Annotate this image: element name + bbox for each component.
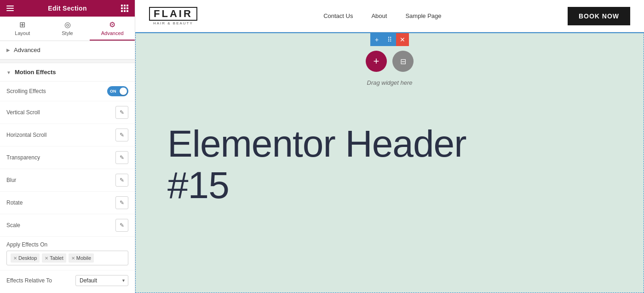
apply-effects-section: Apply Effects On ✕ Desktop ✕ Tablet ✕ Mo… — [0, 237, 135, 270]
tag-desktop-label: Desktop — [18, 255, 37, 261]
nav-sample[interactable]: Sample Page — [405, 12, 441, 19]
section-divider — [0, 59, 135, 63]
effects-relative-label: Effects Relative To — [6, 277, 52, 284]
book-now-button[interactable]: BOOK NOW — [568, 7, 630, 25]
style-icon: ◎ — [64, 21, 71, 29]
toolbar-close-button[interactable]: ✕ — [396, 33, 409, 46]
scale-edit-button[interactable]: ✎ — [115, 219, 128, 232]
rotate-label: Rotate — [6, 199, 23, 206]
effects-relative-row: Effects Relative To Default Viewport Sec… — [0, 270, 135, 291]
advanced-icon: ⚙ — [109, 21, 115, 29]
sidebar-tabs: ⊞ Layout ◎ Style ⚙ Advanced — [0, 17, 135, 41]
main-canvas: FLAIR HAIR & BEAUTY Contact Us About Sam… — [135, 0, 644, 293]
horizontal-scroll-edit-button[interactable]: ✎ — [115, 129, 128, 141]
advanced-section-label: Advanced — [14, 47, 40, 53]
brand-logo: FLAIR HAIR & BEAUTY — [149, 7, 197, 25]
tab-style[interactable]: ◎ Style — [45, 17, 90, 41]
hamburger-icon[interactable] — [6, 6, 14, 11]
advanced-section-row[interactable]: Advanced — [0, 41, 135, 59]
tag-tablet-label: Tablet — [50, 255, 63, 261]
vertical-scroll-label: Vertical Scroll — [6, 109, 40, 116]
tag-tablet: ✕ Tablet — [42, 253, 66, 263]
horizontal-scroll-label: Horizontal Scroll — [6, 132, 46, 138]
tab-advanced[interactable]: ⚙ Advanced — [90, 17, 135, 41]
transparency-edit-button[interactable]: ✎ — [115, 151, 128, 164]
apply-effects-tags[interactable]: ✕ Desktop ✕ Tablet ✕ Mobile — [6, 251, 128, 265]
tag-mobile-remove[interactable]: ✕ — [71, 256, 75, 261]
tag-mobile: ✕ Mobile — [69, 253, 94, 263]
transparency-row: Transparency ✎ — [0, 146, 135, 169]
heading-line1: Elementor Header — [167, 123, 612, 164]
navbar: FLAIR HAIR & BEAUTY Contact Us About Sam… — [135, 0, 644, 32]
section-toolbar: + ⠿ ✕ — [370, 33, 409, 46]
rotate-edit-button[interactable]: ✎ — [115, 196, 128, 209]
nav-contact[interactable]: Contact Us — [323, 12, 353, 19]
tag-tablet-remove[interactable]: ✕ — [45, 256, 48, 261]
motion-effects-title: Motion Effects — [15, 69, 56, 76]
sidebar-header: Edit Section — [0, 0, 135, 17]
tab-style-label: Style — [62, 30, 73, 36]
rotate-row: Rotate ✎ — [0, 192, 135, 214]
effects-relative-select-wrapper: Default Viewport Section ▼ — [75, 275, 128, 286]
vertical-scroll-row: Vertical Scroll ✎ — [0, 101, 135, 124]
tab-layout-label: Layout — [15, 30, 30, 36]
blur-label: Blur — [6, 177, 16, 183]
layout-icon: ⊞ — [19, 21, 25, 29]
tag-desktop-remove[interactable]: ✕ — [13, 256, 17, 261]
heading-line2: #15 — [167, 164, 612, 206]
toolbar-drag-button[interactable]: ⠿ — [383, 33, 396, 46]
vertical-scroll-edit-button[interactable]: ✎ — [115, 106, 128, 119]
add-widget-button[interactable]: + — [366, 51, 387, 72]
advanced-chevron-icon — [6, 47, 10, 53]
blur-edit-button[interactable]: ✎ — [115, 174, 128, 187]
scale-label: Scale — [6, 222, 20, 229]
horizontal-scroll-row: Horizontal Scroll ✎ — [0, 124, 135, 146]
scrolling-effects-toggle[interactable]: ON — [107, 86, 128, 96]
motion-effects-header[interactable]: Motion Effects — [0, 63, 135, 82]
brand-sub: HAIR & BEAUTY — [153, 22, 193, 25]
scrolling-effects-row: Scrolling Effects ON — [0, 82, 135, 101]
toggle-on-label: ON — [110, 89, 116, 94]
sidebar-title: Edit Section — [48, 5, 87, 12]
effects-relative-select[interactable]: Default Viewport Section — [75, 275, 128, 286]
scale-row: Scale ✎ — [0, 214, 135, 237]
page-heading: Elementor Header #15 — [167, 123, 612, 206]
nav-about[interactable]: About — [371, 12, 387, 19]
blur-row: Blur ✎ — [0, 169, 135, 192]
sidebar: Edit Section ⊞ Layout ◎ Style ⚙ Advanced… — [0, 0, 135, 293]
apply-effects-label: Apply Effects On — [6, 241, 128, 248]
toggle-thumb — [120, 88, 127, 95]
transparency-label: Transparency — [6, 154, 40, 161]
scrolling-effects-label: Scrolling Effects — [6, 88, 46, 94]
tag-mobile-label: Mobile — [76, 255, 91, 261]
nav-links: Contact Us About Sample Page — [323, 12, 441, 19]
folder-widget-button[interactable]: ⊟ — [392, 51, 414, 72]
bottom-section: Elementor Header #15 — [135, 95, 644, 220]
tag-desktop: ✕ Desktop — [11, 253, 40, 263]
toolbar-add-button[interactable]: + — [370, 33, 383, 46]
drag-widget-text: Drag widget here — [367, 79, 413, 86]
tab-advanced-label: Advanced — [101, 30, 124, 36]
sidebar-content: Advanced Motion Effects Scrolling Effect… — [0, 41, 135, 293]
motion-chevron-icon — [6, 69, 11, 76]
tab-layout[interactable]: ⊞ Layout — [0, 17, 45, 41]
brand-name: FLAIR — [149, 7, 197, 21]
grid-icon[interactable] — [121, 5, 128, 12]
